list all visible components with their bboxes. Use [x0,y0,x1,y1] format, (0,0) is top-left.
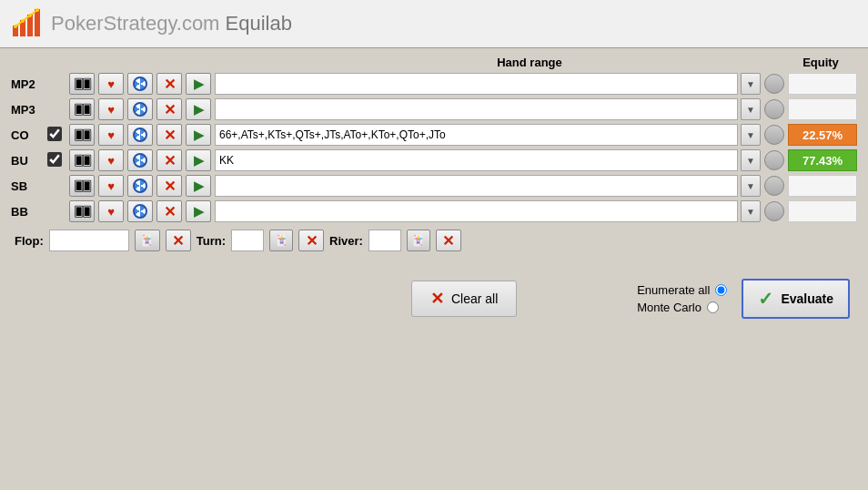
equity-cell-mp2 [788,73,857,95]
app-header: PokerStrategy.com Equilab [0,0,868,48]
arrow-btn-bb[interactable]: ▶ [186,200,211,222]
clear-all-button[interactable]: ✕ Clear all [411,281,517,317]
river-cards-btn[interactable]: 🃏 [407,230,430,251]
player-rows-container: MP2🂠🂠♥✕▶▼MP3🂠🂠♥✕▶▼CO🂠🂠♥✕▶▼22.57%BU🂠🂠♥✕▶▼… [11,73,857,222]
single-card-btn-mp3[interactable]: ♥ [98,98,124,120]
dropdown-btn-mp2[interactable]: ▼ [741,73,761,95]
dropdown-btn-bu[interactable]: ▼ [741,149,761,171]
circle-btn-mp3[interactable] [764,99,784,119]
river-input[interactable] [368,230,401,251]
arrow-btn-mp3[interactable]: ▶ [186,98,211,120]
range-input-co[interactable] [215,124,738,146]
chip-btn-bb[interactable] [127,200,153,222]
chip-icon-co [133,128,147,142]
player-label-bu: BU [11,154,44,168]
river-clear-btn[interactable]: ✕ [436,230,461,251]
single-card-btn-bu[interactable]: ♥ [98,149,124,171]
radio-controls: Enumerate all Monte Carlo [637,283,727,314]
range-input-bb[interactable] [215,200,738,222]
dropdown-btn-sb[interactable]: ▼ [741,175,761,197]
equity-cell-sb [788,175,857,197]
cards-btn-bb[interactable]: 🂠🂠 [69,200,95,222]
bottom-right-controls: Enumerate all Monte Carlo ✓ Evaluate [637,279,850,319]
equity-cell-co: 22.57% [788,124,857,146]
single-card-btn-sb[interactable]: ♥ [98,175,124,197]
flop-input[interactable] [49,230,129,251]
logo-icon [11,7,44,40]
x-icon-sb: ✕ [164,178,176,195]
clear-all-label: Clear all [451,291,498,306]
clear-btn-mp2[interactable]: ✕ [156,73,182,95]
chip-btn-mp2[interactable] [127,73,153,95]
svg-point-4 [14,25,17,28]
player-label-sb: SB [11,179,44,193]
range-input-bu[interactable] [215,149,738,171]
clear-btn-bb[interactable]: ✕ [156,200,182,222]
enumerate-all-label: Enumerate all [637,283,710,297]
monte-carlo-label: Monte Carlo [637,301,701,314]
checkbox-co[interactable] [47,127,62,141]
circle-btn-bu[interactable] [764,150,784,170]
chevron-down-icon-bb: ▼ [746,207,755,217]
range-input-mp3[interactable] [215,98,738,120]
range-input-mp2[interactable] [215,73,738,95]
x-icon-bb: ✕ [164,203,176,220]
chevron-down-icon-co: ▼ [746,130,755,140]
monte-carlo-radio[interactable] [707,301,719,313]
evaluate-button[interactable]: ✓ Evaluate [742,279,850,319]
svg-point-7 [35,8,39,12]
checkbox-bu[interactable] [47,152,62,167]
chip-btn-bu[interactable] [127,149,153,171]
chip-btn-sb[interactable] [127,175,153,197]
river-label: River: [329,234,363,248]
single-card-btn-mp2[interactable]: ♥ [98,73,124,95]
flop-cards-btn[interactable]: 🃏 [135,230,160,251]
circle-btn-sb[interactable] [764,176,784,196]
range-input-sb[interactable] [215,175,738,197]
circle-btn-bb[interactable] [764,201,784,221]
arrow-btn-sb[interactable]: ▶ [186,175,211,197]
circle-btn-mp2[interactable] [764,74,784,94]
flop-clear-btn[interactable]: ✕ [166,230,191,251]
cards-btn-mp2[interactable]: 🂠🂠 [69,73,95,95]
arrow-btn-bu[interactable]: ▶ [186,149,211,171]
cards-btn-co[interactable]: 🂠🂠 [69,124,95,146]
turn-cards-btn[interactable]: 🃏 [269,230,293,251]
cards-btn-sb[interactable]: 🂠🂠 [69,175,95,197]
title-brand: PokerStrategy.com [51,12,219,35]
enumerate-all-row: Enumerate all [637,283,727,297]
arrow-btn-mp2[interactable]: ▶ [186,73,211,95]
bottom-section: ✕ Clear all Enumerate all Monte Carlo ✓ … [11,279,857,319]
arrow-icon-sb: ▶ [194,179,204,193]
player-label-co: CO [11,128,44,142]
clear-btn-sb[interactable]: ✕ [156,175,182,197]
circle-btn-co[interactable] [764,125,784,145]
arrow-icon-mp3: ▶ [194,102,204,117]
dropdown-btn-co[interactable]: ▼ [741,124,761,146]
turn-input[interactable] [231,230,264,251]
chip-btn-co[interactable] [127,124,153,146]
clear-btn-co[interactable]: ✕ [156,124,182,146]
player-label-mp3: MP3 [11,103,44,117]
chevron-down-icon-sb: ▼ [746,181,755,191]
player-label-bb: BB [11,205,44,219]
chip-icon-mp3 [133,102,147,117]
turn-label: Turn: [197,234,226,248]
x-icon-co: ✕ [164,127,176,144]
arrow-icon-bb: ▶ [194,204,204,219]
turn-clear-btn[interactable]: ✕ [298,230,324,251]
dropdown-btn-bb[interactable]: ▼ [741,200,761,222]
dropdown-btn-mp3[interactable]: ▼ [741,98,761,120]
arrow-icon-co: ▶ [194,128,204,142]
chip-btn-mp3[interactable] [127,98,153,120]
clear-btn-mp3[interactable]: ✕ [156,98,182,120]
arrow-btn-co[interactable]: ▶ [186,124,211,146]
cards-btn-mp3[interactable]: 🂠🂠 [69,98,95,120]
single-card-btn-co[interactable]: ♥ [98,124,124,146]
single-card-btn-bb[interactable]: ♥ [98,200,124,222]
x-icon-bu: ✕ [164,152,176,169]
cards-btn-bu[interactable]: 🂠🂠 [69,149,95,171]
clear-btn-bu[interactable]: ✕ [156,149,182,171]
chip-icon-bb [133,204,147,219]
enumerate-all-radio[interactable] [715,284,727,296]
